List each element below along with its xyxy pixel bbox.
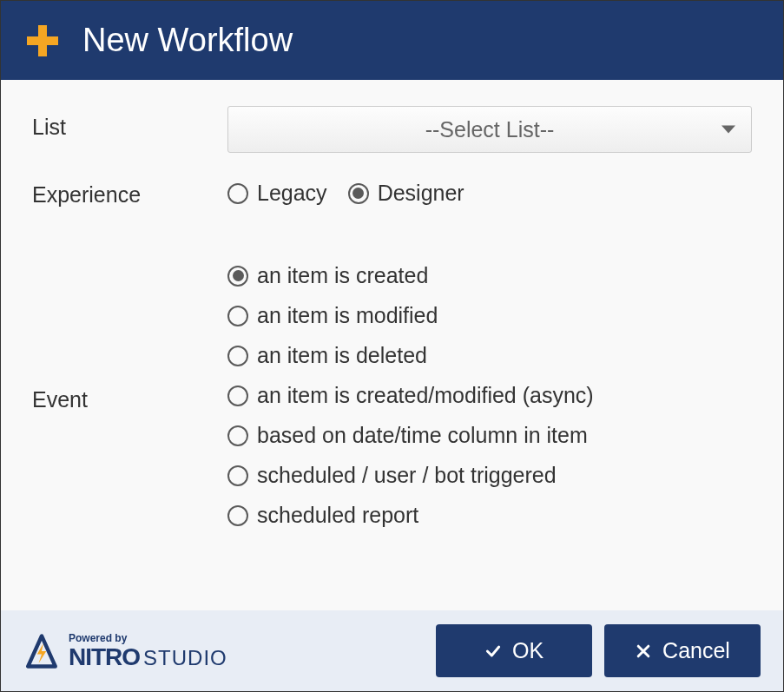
- radio-label: an item is created: [257, 263, 428, 288]
- radio-label: Legacy: [257, 181, 327, 206]
- radio-label: an item is modified: [257, 303, 438, 328]
- radio-label: scheduled report: [257, 503, 418, 528]
- event-radio-scheduled-triggered[interactable]: scheduled / user / bot triggered: [227, 463, 752, 488]
- radio-label: an item is deleted: [257, 343, 427, 368]
- radio-icon: [227, 505, 248, 526]
- nitro-logo-icon: [23, 633, 60, 669]
- experience-radio-group: Legacy Designer: [227, 174, 752, 206]
- radio-icon: [227, 386, 248, 406]
- footer-logo: Powered by NITRO STUDIO: [23, 633, 227, 669]
- radio-icon: [227, 425, 248, 446]
- powered-by-text: Powered by: [69, 633, 227, 643]
- radio-label: Designer: [378, 181, 464, 206]
- event-row: Event an item is created an item is modi…: [32, 263, 752, 528]
- list-select-value: --Select List--: [425, 117, 555, 142]
- brand-nitro: NITRO: [69, 645, 140, 669]
- footer-buttons: OK Cancel: [436, 624, 761, 677]
- brand-studio: STUDIO: [143, 648, 227, 669]
- close-icon: [635, 643, 652, 660]
- radio-label: based on date/time column in item: [257, 423, 588, 448]
- check-icon: [484, 643, 502, 660]
- list-row: List --Select List--: [32, 106, 752, 153]
- dialog-body: List --Select List-- Experience Legacy: [1, 80, 783, 610]
- event-radio-created[interactable]: an item is created: [227, 263, 752, 288]
- ok-button-label: OK: [512, 638, 544, 663]
- event-label: Event: [32, 379, 227, 412]
- plus-icon: [27, 25, 58, 56]
- dialog-footer: Powered by NITRO STUDIO OK Cancel: [1, 610, 783, 691]
- radio-label: an item is created/modified (async): [257, 383, 594, 408]
- radio-icon: [348, 183, 369, 204]
- event-radio-group: an item is created an item is modified a…: [227, 263, 752, 528]
- radio-icon: [227, 183, 248, 204]
- event-radio-modified[interactable]: an item is modified: [227, 303, 752, 328]
- event-radio-created-modified-async[interactable]: an item is created/modified (async): [227, 383, 752, 408]
- cancel-button-label: Cancel: [662, 638, 730, 663]
- radio-icon: [227, 306, 248, 326]
- footer-logo-text: Powered by NITRO STUDIO: [69, 633, 227, 669]
- radio-icon: [227, 465, 248, 486]
- list-select[interactable]: --Select List--: [227, 106, 752, 153]
- dialog-header: New Workflow: [1, 1, 783, 80]
- radio-icon: [227, 266, 248, 287]
- experience-row: Experience Legacy Designer: [32, 174, 752, 208]
- cancel-button[interactable]: Cancel: [604, 624, 761, 677]
- dialog-title: New Workflow: [82, 22, 293, 59]
- list-label: List: [32, 106, 227, 140]
- radio-icon: [227, 346, 248, 366]
- radio-label: scheduled / user / bot triggered: [257, 463, 557, 488]
- experience-radio-legacy[interactable]: Legacy: [227, 181, 327, 206]
- new-workflow-dialog: New Workflow List --Select List-- Experi…: [0, 0, 784, 692]
- event-radio-deleted[interactable]: an item is deleted: [227, 343, 752, 368]
- event-radio-datetime[interactable]: based on date/time column in item: [227, 423, 752, 448]
- chevron-down-icon: [721, 126, 735, 134]
- event-radio-scheduled-report[interactable]: scheduled report: [227, 503, 752, 528]
- experience-radio-designer[interactable]: Designer: [348, 181, 464, 206]
- ok-button[interactable]: OK: [436, 624, 592, 677]
- experience-label: Experience: [32, 174, 227, 208]
